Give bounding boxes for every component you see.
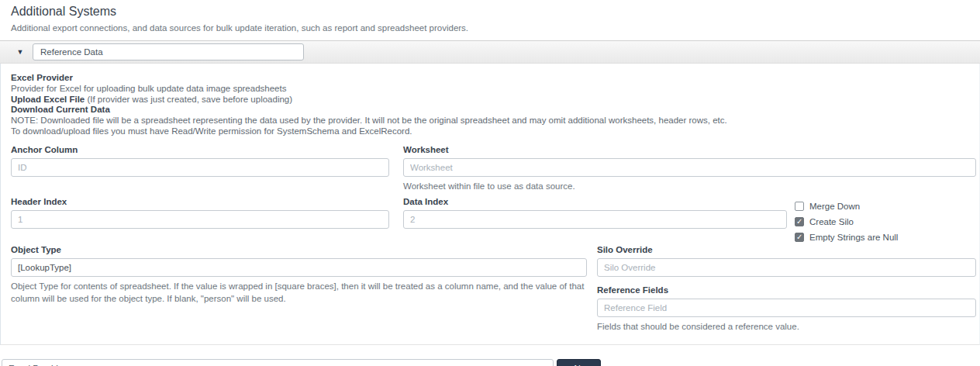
anchor-column-label: Anchor Column bbox=[11, 145, 389, 155]
object-type-help: Object Type for contents of spreadsheet.… bbox=[11, 281, 587, 305]
empty-strings-checkbox[interactable] bbox=[795, 233, 804, 242]
object-type-input[interactable] bbox=[11, 258, 587, 277]
create-silo-checkbox[interactable] bbox=[795, 217, 804, 226]
header-index-field-group: Header Index bbox=[11, 197, 389, 229]
reference-fields-input[interactable] bbox=[597, 299, 976, 317]
provider-heading: Excel Provider bbox=[11, 73, 978, 84]
download-line: Download Current Data bbox=[11, 105, 978, 116]
download-current-data-link[interactable]: Download Current Data bbox=[11, 105, 110, 114]
data-index-field-group: Data Index bbox=[403, 197, 787, 229]
worksheet-help: Worksheet within file to use as data sou… bbox=[403, 181, 976, 193]
page-title: Additional Systems bbox=[11, 5, 969, 18]
reference-fields-help: Fields that should be considered a refer… bbox=[597, 321, 976, 333]
additional-systems-page: Additional Systems Additional export con… bbox=[0, 0, 980, 366]
form-row-object-silo: Object Type Object Type for contents of … bbox=[11, 245, 978, 333]
anchor-column-input[interactable] bbox=[11, 158, 389, 177]
create-silo-checkbox-item[interactable]: Create Silo bbox=[795, 214, 978, 230]
provider-description: Excel Provider Provider for Excel for up… bbox=[11, 73, 978, 137]
note-line: NOTE: Downloaded file will be a spreadsh… bbox=[11, 116, 978, 126]
page-subtitle: Additional export connections, and data … bbox=[11, 23, 969, 33]
upload-note: (If provider was just created, save befo… bbox=[85, 95, 292, 104]
silo-override-field-group: Silo Override bbox=[597, 245, 976, 277]
provider-select[interactable]: Excel Provider ▼ bbox=[2, 359, 554, 366]
silo-reference-column: Silo Override Reference Fields Fields th… bbox=[597, 245, 976, 333]
new-provider-button[interactable]: + New bbox=[557, 359, 601, 366]
provider-line: Provider for Excel for uploading bulk up… bbox=[11, 84, 978, 95]
merge-down-label: Merge Down bbox=[809, 202, 860, 211]
reference-data-panel-body: Excel Provider Provider for Excel for up… bbox=[0, 64, 980, 345]
header-index-label: Header Index bbox=[11, 197, 389, 207]
merge-down-checkbox-item[interactable]: Merge Down bbox=[795, 199, 978, 214]
silo-override-label: Silo Override bbox=[597, 245, 976, 255]
upload-excel-file-link[interactable]: Upload Excel File bbox=[11, 95, 85, 104]
page-header: Additional Systems Additional export con… bbox=[0, 0, 980, 33]
header-index-input[interactable] bbox=[11, 210, 389, 229]
provider-footer: Excel Provider ▼ + New bbox=[0, 359, 980, 366]
permission-line: To download/upload files you must have R… bbox=[11, 126, 978, 137]
empty-strings-label: Empty Strings are Null bbox=[809, 233, 898, 242]
worksheet-field-group: Worksheet Worksheet within file to use a… bbox=[403, 145, 976, 193]
form-row-indexes: Header Index Data Index Merge Down Creat… bbox=[11, 197, 978, 245]
data-index-input[interactable] bbox=[403, 210, 787, 229]
data-index-label: Data Index bbox=[403, 197, 787, 207]
reference-data-panel-header: ▼ bbox=[0, 40, 980, 64]
worksheet-label: Worksheet bbox=[403, 145, 976, 155]
create-silo-label: Create Silo bbox=[809, 217, 854, 226]
panel-name-input[interactable] bbox=[33, 43, 304, 60]
anchor-column-field-group: Anchor Column bbox=[11, 145, 389, 177]
reference-fields-field-group: Reference Fields Fields that should be c… bbox=[597, 285, 976, 333]
object-type-label: Object Type bbox=[11, 245, 587, 255]
collapse-chevron-icon[interactable]: ▼ bbox=[15, 49, 26, 56]
reference-fields-label: Reference Fields bbox=[597, 285, 976, 295]
form-row-anchor-worksheet: Anchor Column Worksheet Worksheet within… bbox=[11, 145, 978, 193]
empty-strings-checkbox-item[interactable]: Empty Strings are Null bbox=[795, 230, 978, 245]
upload-line: Upload Excel File (If provider was just … bbox=[11, 95, 978, 105]
worksheet-input[interactable] bbox=[403, 158, 976, 177]
object-type-field-group: Object Type Object Type for contents of … bbox=[11, 245, 587, 305]
silo-override-input[interactable] bbox=[597, 258, 976, 277]
merge-down-checkbox[interactable] bbox=[795, 202, 804, 211]
checkbox-group: Merge Down Create Silo Empty Strings are… bbox=[795, 197, 978, 245]
